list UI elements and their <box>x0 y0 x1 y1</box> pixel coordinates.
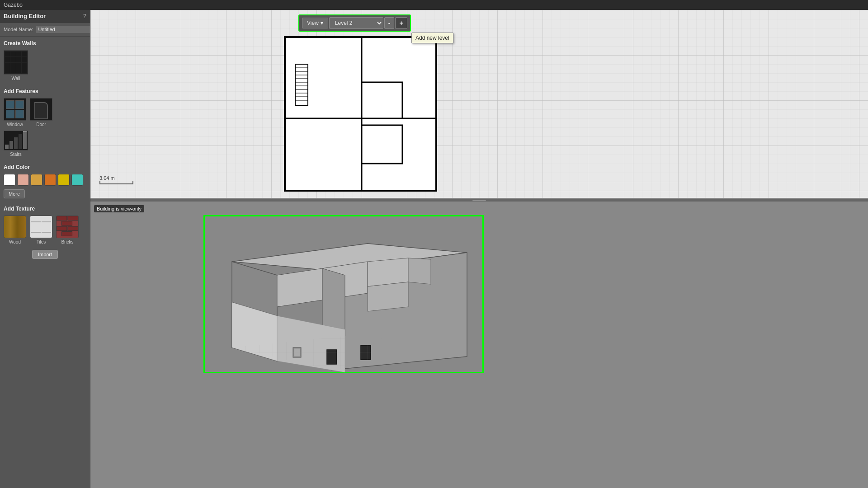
svg-marker-32 <box>408 258 431 284</box>
add-features-section: Add Features <box>0 84 90 96</box>
view-button[interactable]: View ▾ <box>302 18 328 28</box>
import-button[interactable]: Import <box>32 250 58 259</box>
stairs-item[interactable]: Stairs <box>4 131 28 157</box>
stairs-thumb <box>4 131 28 150</box>
svg-rect-5 <box>62 232 72 236</box>
building-editor-title: Building Editor <box>4 13 46 19</box>
model-name-input[interactable] <box>36 25 90 33</box>
door-item[interactable]: Door <box>30 98 52 127</box>
svg-rect-0 <box>57 216 67 221</box>
color-yellow[interactable] <box>58 174 70 186</box>
scale-label: 3.04 m <box>99 175 115 181</box>
right-area: View ▾ Level 1 Level 2 Level 3 - + Add n… <box>90 10 868 488</box>
3d-building-render <box>203 215 484 373</box>
color-orange-yellow[interactable] <box>31 174 42 186</box>
svg-rect-8 <box>285 37 436 191</box>
create-walls-section: Create Walls <box>0 37 90 48</box>
help-icon[interactable]: ? <box>83 13 86 19</box>
stairs-items: Stairs <box>0 131 90 160</box>
stairs-label: Stairs <box>10 152 22 157</box>
bricks-thumb <box>56 216 79 238</box>
wall-items: Wall <box>0 48 90 84</box>
toolbar-overlay: View ▾ Level 1 Level 2 Level 3 - + <box>298 14 411 32</box>
sidebar: Building Editor ? Model Name: Create Wal… <box>0 10 90 488</box>
svg-marker-33 <box>368 282 408 311</box>
color-peach[interactable] <box>17 174 29 186</box>
scale-bar: 3.04 m <box>99 175 133 184</box>
view-button-label: View <box>307 20 319 26</box>
model-name-row: Model Name: <box>0 23 90 37</box>
window-label: Window <box>7 122 23 127</box>
color-orange[interactable] <box>44 174 56 186</box>
add-new-level-tooltip: Add new level <box>411 33 453 43</box>
svg-rect-3 <box>57 226 67 231</box>
tiles-label: Tiles <box>37 239 46 244</box>
add-texture-section: Add Texture <box>0 202 90 214</box>
sidebar-header: Building Editor ? <box>0 10 90 23</box>
svg-marker-31 <box>368 258 408 286</box>
title-bar: Gazebo <box>0 0 868 10</box>
color-teal[interactable] <box>71 174 83 186</box>
svg-rect-12 <box>362 125 402 164</box>
feature-items: Window Door <box>0 96 90 131</box>
svg-rect-11 <box>362 82 402 118</box>
wall-thumb <box>4 50 28 75</box>
view-only-status: Building is view-only <box>94 205 144 212</box>
window-item[interactable]: Window <box>4 98 26 127</box>
svg-rect-1 <box>68 216 78 221</box>
tiles-texture-item[interactable]: Tiles <box>30 216 52 244</box>
color-swatches <box>0 172 90 189</box>
tiles-thumb <box>30 216 52 238</box>
level-minus-button[interactable]: - <box>384 17 395 29</box>
app-title: Gazebo <box>4 2 23 8</box>
model-name-label: Model Name: <box>4 27 33 32</box>
svg-rect-13 <box>295 64 308 106</box>
more-colors-button[interactable]: More <box>4 189 25 198</box>
texture-items: Wood Tiles <box>0 214 90 248</box>
floorplan-svg <box>90 10 868 199</box>
wood-thumb <box>4 216 26 238</box>
window-thumb <box>4 98 26 121</box>
wood-texture-item[interactable]: Wood <box>4 216 26 244</box>
bricks-label: Bricks <box>61 239 73 244</box>
view-dropdown-icon: ▾ <box>321 20 323 26</box>
scale-line <box>99 181 133 184</box>
wall-label: Wall <box>11 76 20 81</box>
wood-label: Wood <box>9 239 21 244</box>
svg-rect-4 <box>68 226 78 231</box>
wall-item[interactable]: Wall <box>4 50 28 81</box>
level-select[interactable]: Level 1 Level 2 Level 3 <box>329 17 383 29</box>
color-white[interactable] <box>4 174 15 186</box>
top-view-panel: View ▾ Level 1 Level 2 Level 3 - + Add n… <box>90 10 868 199</box>
bottom-3d-view-panel: Building is view-only <box>90 202 868 488</box>
door-thumb <box>30 98 52 121</box>
add-color-section: Add Color <box>0 160 90 172</box>
svg-rect-2 <box>62 221 72 226</box>
door-label: Door <box>36 122 46 127</box>
bricks-texture-item[interactable]: Bricks <box>56 216 79 244</box>
level-plus-button[interactable]: + <box>395 17 407 29</box>
